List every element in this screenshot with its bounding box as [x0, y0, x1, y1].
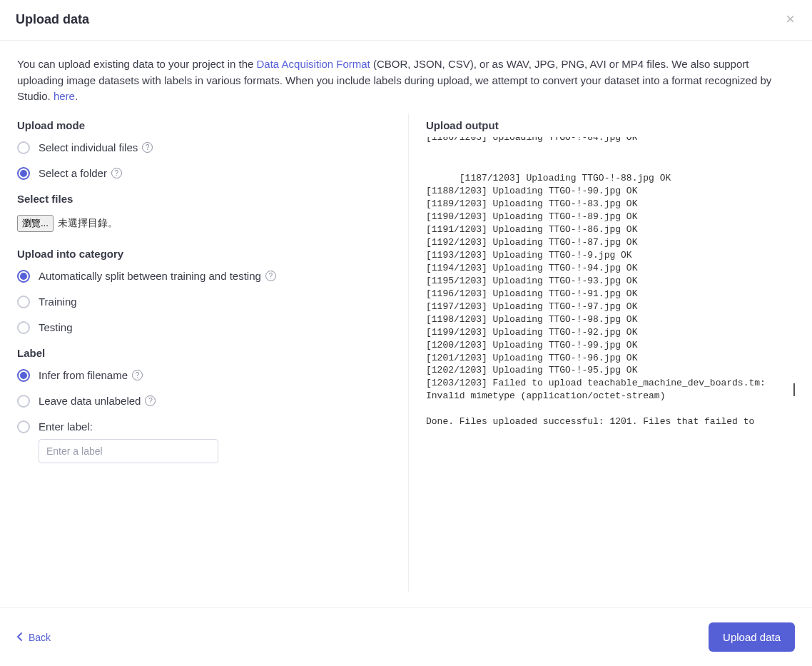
- upload-output-log: [1186/1203] Uploading TTGO-!-84.jpg OK […: [426, 137, 795, 430]
- help-icon[interactable]: ?: [265, 271, 276, 281]
- radio-icon: [17, 270, 30, 283]
- radio-enter-label[interactable]: Enter label:: [17, 420, 391, 433]
- category-heading: Upload into category: [17, 248, 391, 260]
- help-icon[interactable]: ?: [142, 142, 153, 153]
- back-button[interactable]: Back: [17, 632, 51, 643]
- radio-auto-split[interactable]: Automatically split between training and…: [17, 270, 391, 283]
- radio-icon: [17, 321, 30, 334]
- radio-select-folder[interactable]: Select a folder ?: [17, 167, 391, 180]
- radio-leave-unlabeled[interactable]: Leave data unlabeled ?: [17, 395, 391, 408]
- radio-icon: [17, 141, 30, 154]
- upload-mode-heading: Upload mode: [17, 119, 391, 131]
- help-icon[interactable]: ?: [132, 370, 143, 380]
- radio-testing[interactable]: Testing: [17, 321, 391, 334]
- scrollbar-thumb[interactable]: [793, 383, 795, 396]
- help-icon[interactable]: ?: [145, 395, 156, 406]
- label-input[interactable]: [39, 439, 218, 463]
- radio-infer-filename[interactable]: Infer from filename ?: [17, 369, 391, 382]
- radio-icon: [17, 167, 30, 180]
- radio-training[interactable]: Training: [17, 296, 391, 308]
- radio-icon: [17, 296, 30, 308]
- radio-icon: [17, 369, 30, 382]
- radio-individual-files[interactable]: Select individual files ?: [17, 141, 391, 154]
- close-icon[interactable]: ×: [786, 11, 795, 27]
- label-heading: Label: [17, 347, 391, 359]
- radio-icon: [17, 395, 30, 408]
- radio-icon: [17, 420, 30, 433]
- chevron-left-icon: [17, 632, 23, 643]
- upload-output-heading: Upload output: [426, 119, 795, 131]
- here-link[interactable]: here: [54, 90, 75, 102]
- upload-data-button[interactable]: Upload data: [709, 622, 795, 652]
- dialog-title: Upload data: [16, 12, 89, 27]
- description-text: You can upload existing data to your pro…: [0, 41, 812, 113]
- data-acquisition-link[interactable]: Data Acquisition Format: [257, 58, 370, 70]
- help-icon[interactable]: ?: [111, 168, 122, 178]
- file-status: 未選擇目錄。: [58, 217, 118, 230]
- select-files-heading: Select files: [17, 193, 391, 205]
- browse-button[interactable]: 瀏覽...: [17, 215, 54, 232]
